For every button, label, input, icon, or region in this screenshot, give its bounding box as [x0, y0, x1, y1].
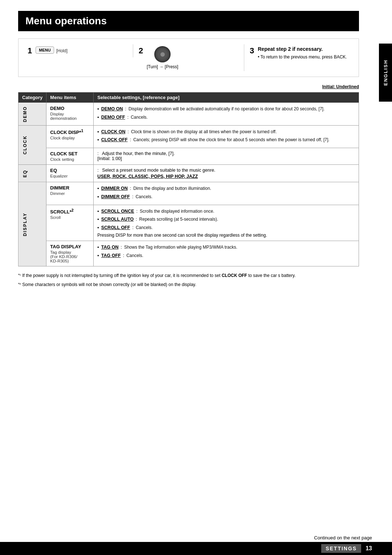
hold-text: [Hold] [56, 48, 68, 53]
menu-item-clock-set: CLOCK SET Clock setting [46, 148, 94, 165]
step-3-content: Repeat step 2 if necessary. • To return … [258, 46, 347, 60]
table-row-clock-set: CLOCK SET Clock setting : Adjust the hou… [19, 148, 359, 165]
table-row-clock-disp: CLOCK CLOCK DISP*1 Clock display • CLOCK… [19, 125, 359, 148]
table-row-demo: DEMO DEMO Display demonstration • DEMO O… [19, 103, 359, 126]
settings-demo: • DEMO ON : Display demonstration will b… [94, 103, 359, 126]
scroll-auto-option: • SCROLL AUTO : Repeats scrolling (at 5-… [97, 216, 355, 223]
menu-item-tag-display: TAG DISPLAY Tag display(For KD-R306/KD-R… [46, 241, 94, 266]
menu-item-clock-disp: CLOCK DISP*1 Clock display [46, 125, 94, 148]
settings-scroll: • SCROLL ONCE : Scrolls the displayed in… [94, 205, 359, 241]
tag-on-option: • TAG ON : Shows the Tag information whi… [97, 244, 355, 251]
footnote-1: *¹ If the power supply is not interrupte… [18, 272, 359, 279]
scroll-extra-note: Pressing DISP for more than one second c… [97, 233, 355, 238]
clock-on-option: • CLOCK ON : Clock time is shown on the … [97, 128, 355, 135]
knob-inner [160, 52, 165, 57]
scroll-once-option: • SCROLL ONCE : Scrolls the displayed in… [97, 208, 355, 215]
main-content: Menu operations 1 MENU [Hold] 2 [0, 0, 379, 301]
settings-eq: : Select a preset sound mode suitable to… [94, 165, 359, 182]
page-title: Menu operations [25, 15, 352, 27]
english-label: ENGLISH [383, 60, 388, 86]
step-3-sub: • To return to the previous menu, press … [258, 54, 347, 60]
table-row-tag-display: TAG DISPLAY Tag display(For KD-R306/KD-R… [19, 241, 359, 266]
category-eq: EQ [19, 165, 46, 182]
title-banner: Menu operations [18, 11, 359, 31]
knob-icon [154, 46, 171, 62]
menu-button: MENU [36, 46, 54, 54]
col-header-settings: Selectable settings, [reference page] [94, 93, 359, 103]
dimmer-off-option: • DIMMER OFF : Cancels. [97, 193, 355, 200]
settings-label: SETTINGS [321, 544, 361, 553]
step-2-content: [Turn] → [Press] [147, 46, 178, 69]
menu-item-demo: DEMO Display demonstration [46, 103, 94, 126]
menu-item-scroll: SCROLL*2 Scroll [46, 205, 94, 241]
table-row-dimmer: DISPLAY DIMMER Dimmer • DIMMER ON : Dims… [19, 182, 359, 205]
col-header-menu-items: Menu items [46, 93, 94, 103]
col-header-category: Category [19, 93, 46, 103]
turn-press-text: [Turn] → [Press] [147, 64, 178, 69]
step-2-number: 2 [139, 46, 143, 56]
page-number: 13 [366, 545, 372, 552]
dimmer-on-option: • DIMMER ON : Dims the display and butto… [97, 185, 355, 192]
demo-on-option: • DEMO ON : Display demonstration will b… [97, 106, 355, 113]
category-clock: CLOCK [19, 125, 46, 165]
menu-item-eq: EQ Equalizer [46, 165, 94, 182]
settings-tag-display: • TAG ON : Shows the Tag information whi… [94, 241, 359, 266]
footnotes: *¹ If the power supply is not interrupte… [18, 272, 359, 289]
step-3-number: 3 [250, 46, 254, 56]
settings-dimmer: • DIMMER ON : Dims the display and butto… [94, 182, 359, 205]
scroll-off-option: • SCROLL OFF : Cancels. [97, 224, 355, 231]
english-tab: ENGLISH [379, 44, 392, 102]
menu-table: Category Menu items Selectable settings,… [18, 92, 359, 266]
step-1-content: MENU [Hold] [36, 46, 68, 55]
tag-off-option: • TAG OFF : Cancels. [97, 252, 355, 259]
page-wrapper: ENGLISH Menu operations 1 MENU [Hold] 2 [0, 0, 392, 555]
continued-note: Continued on the next page [314, 535, 372, 540]
step-1: 1 MENU [Hold] [22, 44, 133, 57]
step-1-number: 1 [28, 46, 32, 56]
step-3: 3 Repeat step 2 if necessary. • To retur… [244, 44, 355, 62]
demo-off-option: • DEMO OFF : Cancels. [97, 114, 355, 121]
table-row-scroll: SCROLL*2 Scroll • SCROLL ONCE : Scrolls … [19, 205, 359, 241]
step-3-heading: Repeat step 2 if necessary. [258, 46, 323, 52]
initial-note: Initial: Underlined [18, 84, 359, 89]
footnote-2: *² Some characters or symbols will not b… [18, 281, 359, 288]
eq-options: USER, ROCK, CLASSIC, POPS, HIP HOP, JAZZ [97, 174, 355, 179]
category-demo: DEMO [19, 103, 46, 126]
category-display: DISPLAY [19, 182, 46, 266]
clock-off-option: • CLOCK OFF : Cancels; pressing DISP wil… [97, 136, 355, 143]
step-2: 2 [Turn] → [Press] [133, 44, 244, 71]
bottom-bar: SETTINGS 13 [0, 542, 392, 555]
steps-row: 1 MENU [Hold] 2 [Turn] → [Press] [18, 38, 359, 77]
table-header-row: Category Menu items Selectable settings,… [19, 93, 359, 103]
menu-item-dimmer: DIMMER Dimmer [46, 182, 94, 205]
settings-clock-disp: • CLOCK ON : Clock time is shown on the … [94, 125, 359, 148]
clock-off-bold: CLOCK OFF [222, 273, 247, 278]
table-row-eq: EQ EQ Equalizer : Select a preset sound … [19, 165, 359, 182]
settings-clock-set: : Adjust the hour, then the minute, [7].… [94, 148, 359, 165]
